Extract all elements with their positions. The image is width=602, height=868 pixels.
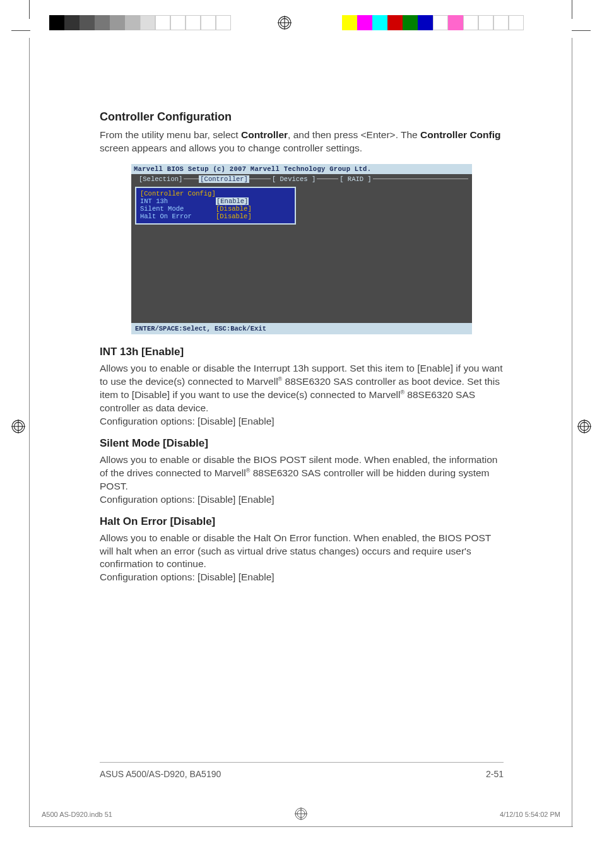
- crop-mark: [572, 0, 572, 19]
- config-row: Halt On Error [Disable]: [140, 213, 291, 220]
- config-row: INT 13h [Enable]: [140, 197, 291, 205]
- crop-mark: [29, 0, 30, 19]
- crop-side-line: [572, 38, 572, 826]
- bios-body: [Controller Config] INT 13h [Enable] Sil…: [131, 184, 472, 323]
- config-label: Halt On Error: [140, 213, 216, 220]
- bios-menu-bar: [Selection] [Controller] [ Devices ] [ R…: [131, 174, 472, 184]
- print-timestamp: 4/12/10 5:54:02 PM: [500, 811, 560, 818]
- swatch: [64, 15, 80, 30]
- registration-mark-icon: [11, 419, 25, 436]
- swatch: [403, 15, 418, 30]
- swatch: [125, 15, 140, 30]
- page-footer: ASUS A500/AS-D920, BA5190 2-51: [100, 762, 504, 779]
- swatch: [155, 15, 170, 30]
- config-options: Configuration options: [Disable] [Enable…: [100, 415, 504, 428]
- swatch: [387, 15, 403, 30]
- bios-footer-hint: ENTER/SPACE:Select, ESC:Back/Exit: [131, 323, 472, 334]
- bios-screenshot: Marvell BIOS Setup (c) 2007 Marvell Tech…: [131, 164, 472, 334]
- swatch: [463, 15, 478, 30]
- swatch: [448, 15, 463, 30]
- footer-page-number: 2-51: [486, 769, 504, 779]
- crop-mark: [572, 30, 591, 31]
- section-body: Allows you to enable or disable the BIOS…: [100, 454, 504, 493]
- swatch: [478, 15, 493, 30]
- swatch: [493, 15, 509, 30]
- intro-text: From the utility menu bar, select: [100, 129, 241, 140]
- swatch: [140, 15, 155, 30]
- swatch: [342, 15, 357, 30]
- bios-menu-raid: [ RAID ]: [338, 175, 372, 183]
- crop-marks-top: [0, 0, 602, 44]
- swatch: [201, 15, 216, 30]
- section-heading: Halt On Error [Disable]: [100, 515, 504, 528]
- bios-title-bar: Marvell BIOS Setup (c) 2007 Marvell Tech…: [131, 164, 472, 174]
- swatch: [216, 15, 231, 30]
- bios-menu-controller: [Controller]: [199, 175, 249, 183]
- config-label: INT 13h: [140, 197, 216, 205]
- page-title: Controller Configuration: [100, 110, 504, 124]
- swatch: [372, 15, 387, 30]
- config-value: [Disable]: [216, 213, 252, 220]
- swatch: [509, 15, 524, 30]
- config-box-header: [Controller Config]: [140, 190, 291, 197]
- config-value: [Enable]: [216, 197, 249, 205]
- swatch: [110, 15, 125, 30]
- section-body: Allows you to enable or disable the Inte…: [100, 362, 504, 415]
- swatch: [357, 15, 372, 30]
- page-content: Controller Configuration From the utilit…: [100, 110, 504, 584]
- swatch: [170, 15, 186, 30]
- intro-text: screen appears and allows you to change …: [100, 143, 362, 153]
- swatch: [186, 15, 201, 30]
- config-options: Configuration options: [Disable] [Enable…: [100, 571, 504, 584]
- print-metadata: A500 AS-D920.indb 51 4/12/10 5:54:02 PM: [42, 811, 560, 818]
- section-body: Allows you to enable or disable the Halt…: [100, 532, 504, 572]
- registration-mark-icon: [278, 16, 292, 30]
- registration-mark-icon: [295, 807, 307, 821]
- swatch: [418, 15, 433, 30]
- config-value: [Disable]: [216, 205, 252, 213]
- color-swatches: [342, 15, 524, 30]
- registration-mark-icon: [577, 419, 591, 436]
- bios-menu-devices: [ Devices ]: [271, 175, 317, 183]
- config-options: Configuration options: [Disable] [Enable…: [100, 493, 504, 507]
- crop-side-line: [29, 38, 30, 826]
- swatch: [95, 15, 110, 30]
- swatch: [433, 15, 448, 30]
- intro-bold: Controller: [241, 129, 288, 140]
- crop-mark: [11, 30, 30, 31]
- section-heading: Silent Mode [Disable]: [100, 437, 504, 450]
- swatch: [49, 15, 64, 30]
- bios-menu-selection: [Selection]: [138, 175, 184, 183]
- intro-text: , and then press <Enter>. The: [288, 129, 420, 140]
- intro-bold: Controller Config: [420, 129, 500, 140]
- print-file-name: A500 AS-D920.indb 51: [42, 811, 112, 818]
- swatch: [80, 15, 95, 30]
- config-row: Silent Mode [Disable]: [140, 205, 291, 213]
- controller-config-box: [Controller Config] INT 13h [Enable] Sil…: [135, 187, 296, 225]
- grayscale-swatches: [49, 15, 231, 30]
- intro-paragraph: From the utility menu bar, select Contro…: [100, 129, 504, 155]
- section-heading: INT 13h [Enable]: [100, 346, 504, 358]
- crop-line-bottom: [29, 826, 573, 827]
- config-label: Silent Mode: [140, 205, 216, 213]
- footer-model: ASUS A500/AS-D920, BA5190: [100, 769, 221, 779]
